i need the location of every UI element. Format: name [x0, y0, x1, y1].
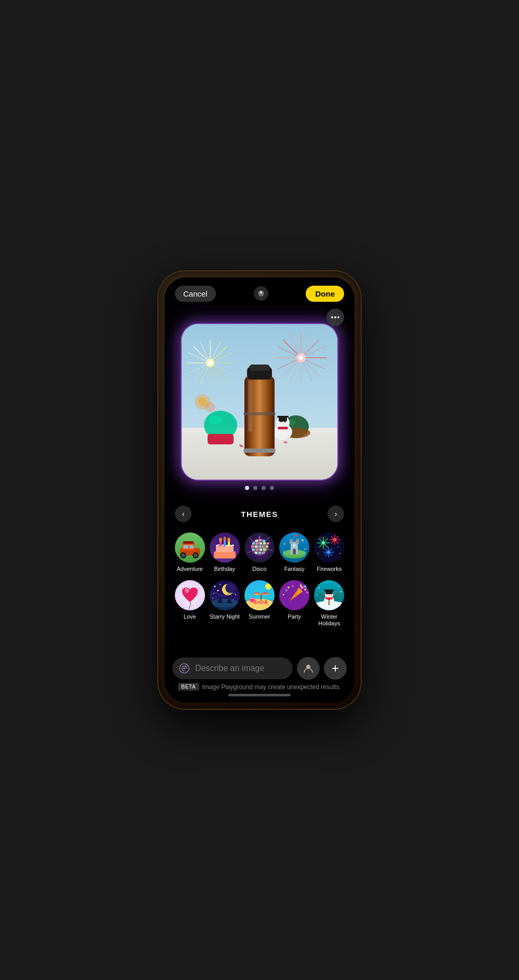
svg-point-128 — [284, 543, 285, 545]
cancel-button[interactable]: Cancel — [175, 286, 216, 302]
describe-input[interactable] — [172, 657, 293, 679]
svg-rect-76 — [189, 545, 194, 549]
scene-svg — [182, 324, 337, 480]
theme-circle-adventure — [175, 533, 205, 563]
svg-point-41 — [198, 398, 207, 406]
svg-point-220 — [338, 586, 339, 587]
more-dot-1 — [331, 316, 333, 318]
input-row: + — [172, 657, 347, 680]
svg-point-172 — [217, 590, 218, 592]
svg-point-174 — [235, 594, 236, 595]
svg-rect-75 — [183, 545, 188, 549]
svg-point-200 — [288, 586, 290, 589]
svg-rect-80 — [214, 551, 236, 558]
svg-point-87 — [227, 538, 230, 542]
svg-rect-98 — [251, 545, 254, 548]
svg-point-163 — [337, 547, 338, 548]
theme-circle-fantasy — [279, 533, 309, 563]
svg-rect-123 — [296, 539, 297, 541]
theme-circle-summer — [244, 580, 275, 610]
svg-rect-210 — [324, 590, 334, 591]
theme-label-fireworks: Fireworks — [317, 566, 342, 572]
generated-image — [182, 324, 337, 480]
theme-item-birthday[interactable]: Birthday — [207, 530, 242, 575]
svg-point-86 — [223, 537, 226, 541]
svg-point-182 — [244, 599, 275, 609]
beta-row: BETA Image Playground may create unexpec… — [172, 683, 347, 691]
more-dot-3 — [337, 316, 339, 318]
done-button[interactable]: Done — [306, 286, 344, 302]
image-area — [165, 303, 354, 498]
add-button[interactable]: + — [324, 657, 347, 680]
themes-prev-button[interactable]: ‹ — [175, 506, 192, 522]
theme-item-summer[interactable]: Summer — [242, 578, 277, 629]
svg-rect-78 — [183, 541, 194, 543]
theme-label-fantasy: Fantasy — [284, 566, 305, 572]
svg-point-170 — [220, 584, 221, 585]
svg-rect-107 — [255, 552, 257, 554]
svg-point-160 — [318, 553, 319, 554]
theme-item-starry-night[interactable]: Starry Night — [207, 578, 242, 629]
svg-point-177 — [210, 599, 239, 607]
svg-point-130 — [283, 550, 284, 551]
svg-point-132 — [314, 533, 344, 563]
person-button[interactable] — [297, 657, 320, 680]
theme-circle-disco — [244, 533, 275, 563]
theme-item-fantasy[interactable]: Fantasy — [277, 530, 312, 575]
svg-point-214 — [326, 593, 328, 595]
svg-rect-53 — [278, 427, 288, 429]
theme-label-summer: Summer — [249, 613, 270, 620]
svg-rect-121 — [290, 539, 291, 541]
svg-rect-99 — [255, 545, 257, 548]
theme-circle-fireworks — [314, 533, 344, 563]
theme-item-love[interactable]: Love — [172, 578, 207, 629]
theme-item-party[interactable]: Party — [277, 578, 312, 629]
svg-rect-122 — [292, 539, 293, 541]
svg-point-197 — [304, 589, 306, 591]
svg-point-1 — [260, 291, 262, 294]
more-dot-2 — [334, 316, 336, 318]
plus-icon: + — [332, 661, 339, 676]
theme-circle-starry-night — [210, 580, 240, 610]
theme-item-adventure[interactable]: Adventure — [172, 530, 207, 575]
svg-line-190 — [271, 582, 272, 583]
describe-input-wrapper — [172, 657, 293, 679]
svg-point-173 — [212, 598, 213, 599]
svg-point-39 — [299, 356, 303, 360]
phone-screen: Cancel Done — [165, 277, 354, 703]
svg-point-131 — [305, 549, 306, 550]
themes-title: THEMES — [241, 510, 278, 519]
svg-point-150 — [333, 538, 336, 541]
themes-header: ‹ THEMES › — [170, 498, 349, 530]
svg-point-188 — [265, 583, 271, 590]
svg-rect-66 — [248, 380, 252, 432]
dot-2 — [253, 486, 257, 490]
more-options-button[interactable] — [326, 309, 344, 326]
svg-point-187 — [250, 597, 255, 603]
svg-point-141 — [322, 541, 325, 544]
dot-3 — [262, 486, 266, 490]
themes-next-button[interactable]: › — [327, 506, 344, 522]
dot-1 — [245, 486, 249, 490]
beta-badge: BETA — [178, 683, 199, 691]
theme-circle-winter-holidays — [314, 580, 344, 610]
theme-item-disco[interactable]: Disco — [242, 530, 277, 575]
svg-point-221 — [317, 594, 318, 595]
svg-point-219 — [319, 587, 320, 589]
svg-point-85 — [219, 538, 222, 542]
svg-rect-108 — [258, 552, 261, 554]
theme-label-winter-holidays: Winter Holidays — [312, 613, 347, 627]
svg-rect-102 — [266, 545, 268, 548]
beta-text: Image Playground may create unexpected r… — [202, 683, 341, 691]
svg-point-161 — [339, 553, 340, 554]
svg-rect-44 — [208, 434, 234, 444]
theme-item-winter-holidays[interactable]: Winter Holidays — [312, 578, 347, 629]
svg-point-74 — [194, 554, 197, 557]
svg-point-213 — [329, 604, 330, 605]
svg-point-202 — [283, 594, 284, 596]
svg-rect-186 — [265, 600, 267, 604]
svg-rect-91 — [259, 539, 262, 541]
theme-item-fireworks[interactable]: Fireworks — [312, 530, 347, 575]
svg-rect-101 — [262, 545, 265, 548]
svg-point-72 — [182, 554, 185, 557]
